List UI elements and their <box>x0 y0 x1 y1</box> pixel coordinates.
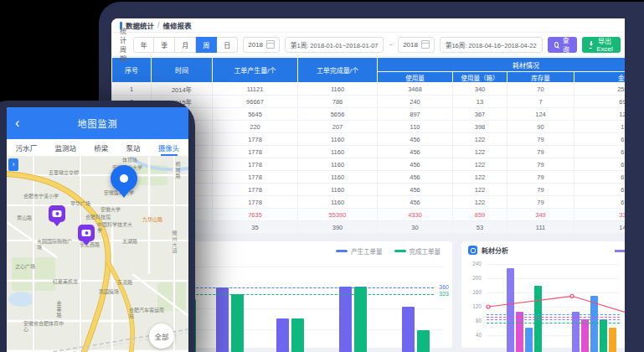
table-cell: 7 <box>507 96 574 108</box>
table-cell: 122 <box>453 184 507 196</box>
table-cell: 124 <box>507 108 574 121</box>
table-cell: 67 <box>574 158 626 171</box>
table-cell: 456 <box>378 196 453 209</box>
table-cell: 79 <box>507 146 574 158</box>
query-button-label: 查询 <box>562 35 570 54</box>
bar <box>231 294 244 352</box>
start-week-input[interactable]: 第1周: 2018-01-01~2018-01-07 <box>285 37 384 53</box>
map-expand-button[interactable]: › <box>8 158 18 171</box>
back-button[interactable]: ‹ <box>15 116 19 130</box>
table-cell: 1160 <box>298 171 378 184</box>
breadcrumb-separator: / <box>157 21 159 29</box>
sub-col-usage-box: 使用量（箱） <box>453 72 507 83</box>
bar <box>417 330 430 352</box>
table-cell: 456 <box>378 158 453 171</box>
legend-dash-purple <box>615 250 625 252</box>
map-label: 合肥市宁溪小学 <box>23 194 59 199</box>
sub-col-amount: 金额 <box>574 72 626 83</box>
phone-tab[interactable]: 污水厂 <box>16 140 38 155</box>
table-cell: 349 <box>507 209 574 221</box>
table-cell: 122 <box>453 133 507 146</box>
consumables-chart-plot: 2402001601208040 <box>461 241 625 348</box>
search-icon <box>554 42 559 48</box>
table-cell: 129 <box>574 108 626 121</box>
period-button[interactable]: 季 <box>154 37 175 53</box>
map-label: 中国科学技术大学 <box>97 222 132 234</box>
map-label: 安徽大学 <box>100 207 121 213</box>
end-year-value: 2018 <box>403 41 418 49</box>
table-cell: 786 <box>298 96 378 108</box>
table-cell: 1160 <box>298 158 378 171</box>
range-separator: ~ <box>389 41 393 49</box>
map-label: 红星美凯龙 <box>53 279 78 285</box>
analysis-icon <box>468 246 477 255</box>
phone-tab[interactable]: 桥梁 <box>94 140 108 155</box>
phone-tab[interactable]: 泵站 <box>126 140 141 155</box>
bar <box>339 287 352 352</box>
phone-tab-bar: 污水厂监测站桥梁泵站摄像头 <box>7 139 188 157</box>
start-year-select[interactable]: 2018 <box>243 37 280 53</box>
end-week-value: 第16周: 2018-04-16~2018-04-22 <box>446 40 537 49</box>
export-excel-button[interactable]: 导出Excel <box>582 37 621 53</box>
selected-location-pin[interactable] <box>111 165 137 192</box>
calendar-icon <box>421 40 430 49</box>
table-cell: 1160 <box>298 133 378 146</box>
map-label: 黄山路 <box>17 215 32 221</box>
line-point <box>487 305 490 308</box>
table-cell: 2014年 <box>152 83 213 96</box>
camera-marker[interactable] <box>49 205 65 222</box>
table-cell: 1 <box>112 83 152 96</box>
table-cell: 690 <box>574 96 626 108</box>
table-cell: 67 <box>574 196 626 209</box>
col-header-orders-created: 工单产生量/个 <box>213 58 298 83</box>
show-all-button[interactable]: 全部 <box>149 324 174 349</box>
map-label: 徽州大道 <box>171 230 177 254</box>
table-cell: 122 <box>453 158 507 171</box>
camera-marker[interactable] <box>78 225 95 241</box>
map-label: 合肥科技馆 <box>85 215 111 220</box>
map-label: 大圆国际购物广场 <box>37 239 75 251</box>
table-cell: 456 <box>378 133 453 146</box>
table-cell: 67 <box>574 133 626 146</box>
breadcrumb-section[interactable]: 数据统计 <box>126 20 154 30</box>
table-cell: 2508 <box>574 83 626 96</box>
table-cell: 220 <box>213 121 298 133</box>
breadcrumb-page: 维修报表 <box>162 20 191 30</box>
table-cell: 122 <box>453 196 507 209</box>
camera-icon <box>53 210 62 217</box>
map-label: 凤园操场 <box>99 289 119 295</box>
table-cell: 3468 <box>378 83 453 96</box>
legend-swatch <box>394 250 406 252</box>
chart-card-header: 耗材分析 <box>468 246 508 255</box>
phone-title: 地图监测 <box>78 116 118 130</box>
table-cell: 79 <box>507 133 574 146</box>
legend-swatch <box>336 250 348 252</box>
table-cell: 207 <box>298 121 378 133</box>
phone-tab[interactable]: 监测站 <box>54 140 76 155</box>
end-year-select[interactable]: 2018 <box>398 37 435 53</box>
map-label: 之心广场 <box>15 264 35 270</box>
bar <box>276 318 289 352</box>
table-cell: 859 <box>453 209 507 221</box>
map[interactable]: 体育场安徽农业大学五里墩立交桥桐城路合肥市宁溪小学安徽医科大学翠华广场安徽大学黄… <box>7 157 188 352</box>
table-cell: 35 <box>213 221 298 234</box>
start-week-value: 第1周: 2018-01-01~2018-01-07 <box>291 40 378 49</box>
period-button[interactable]: 月 <box>175 37 196 53</box>
query-button[interactable]: 查询 <box>548 37 577 53</box>
phone-tab[interactable]: 摄像头 <box>158 140 180 155</box>
table-cell: 367 <box>453 108 507 121</box>
col-header-time: 时间 <box>152 58 213 83</box>
period-button[interactable]: 日 <box>217 37 238 53</box>
table-cell: 1778 <box>213 158 298 171</box>
table-cell: 1160 <box>298 83 378 96</box>
table-cell: 11121 <box>213 83 298 96</box>
end-week-input[interactable]: 第16周: 2018-04-16~2018-04-22 <box>440 37 543 53</box>
reference-line-label: 360 <box>439 284 449 290</box>
col-header-consumables-group: 耗材情况 <box>378 58 626 72</box>
period-button[interactable]: 年 <box>133 37 154 53</box>
calendar-icon <box>266 40 275 49</box>
period-button[interactable]: 周 <box>196 37 217 53</box>
sub-col-stock: 库存量 <box>507 72 574 83</box>
filter-bar: 统计周期: 年季月周日 2018 第1周: 2018-01-01~2018-01… <box>111 33 625 57</box>
col-header-index: 序号 <box>112 58 152 83</box>
